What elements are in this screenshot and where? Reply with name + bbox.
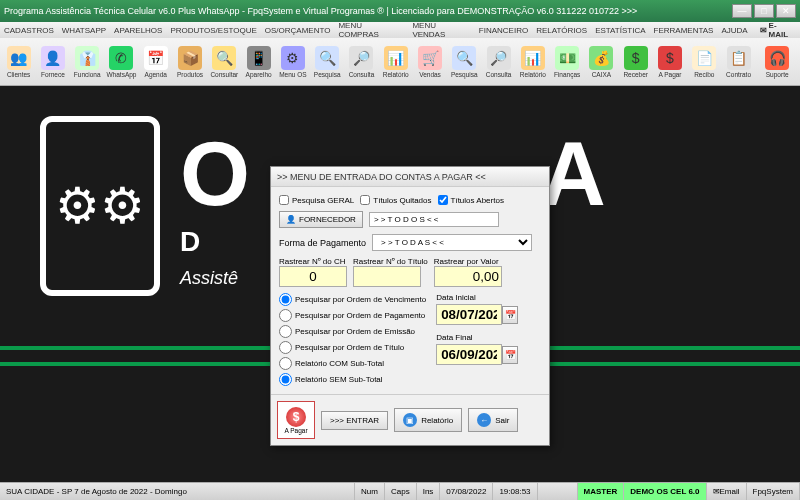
rastrear-ch-label: Rastrear Nº do CH bbox=[279, 257, 347, 266]
radio-sem-subtotal[interactable]: Relatório SEM Sub-Total bbox=[279, 373, 426, 386]
rastrear-valor-label: Rastrear por Valor bbox=[434, 257, 502, 266]
main-toolbar: 👥Clientes👤Fornece👔Funciona✆WhatsApp📅Agen… bbox=[0, 38, 800, 86]
window-controls: — □ ✕ bbox=[732, 4, 796, 18]
menu-email[interactable]: ✉ E-MAIL bbox=[760, 21, 796, 39]
radio-ordem-emissao[interactable]: Pesquisar por Ordem de Emissão bbox=[279, 325, 426, 338]
menu-compras[interactable]: MENU COMPRAS bbox=[338, 21, 404, 39]
rastrear-ch-input[interactable] bbox=[279, 266, 347, 287]
phone-icon: ⚙⚙ bbox=[40, 116, 160, 296]
toolbar-whatsapp[interactable]: ✆WhatsApp bbox=[105, 40, 138, 84]
toolbar-agenda[interactable]: 📅Agenda bbox=[139, 40, 172, 84]
status-demo: DEMO OS CEL 6.0 bbox=[624, 483, 706, 500]
toolbar-produtos[interactable]: 📦Produtos bbox=[173, 40, 206, 84]
status-master: MASTER bbox=[578, 483, 625, 500]
toolbar-caixa[interactable]: 💰CAIXA bbox=[585, 40, 618, 84]
toolbar-suporte[interactable]: 🎧Suporte bbox=[756, 40, 798, 84]
toolbar-consulta[interactable]: 🔎Consulta bbox=[482, 40, 515, 84]
statusbar: SUA CIDADE - SP 7 de Agosto de 2022 - Do… bbox=[0, 482, 800, 500]
toolbar-recibo[interactable]: 📄Recibo bbox=[688, 40, 721, 84]
menu-whatsapp[interactable]: WHATSAPP bbox=[62, 26, 106, 35]
menu-ajuda[interactable]: AJUDA bbox=[721, 26, 747, 35]
dialog-title: >> MENU DE ENTRADA DO CONTAS A PAGAR << bbox=[271, 167, 549, 187]
relatorio-button[interactable]: ▣Relatório bbox=[394, 408, 462, 432]
data-inicial-input[interactable] bbox=[436, 304, 502, 325]
menubar: CADASTROS WHATSAPP APARELHOS PRODUTOS/ES… bbox=[0, 22, 800, 38]
calendar-icon[interactable]: 📅 bbox=[502, 306, 518, 324]
data-final-input[interactable] bbox=[436, 344, 502, 365]
fornecedor-input[interactable] bbox=[369, 212, 499, 227]
rastrear-titulo-label: Rastrear Nº do Título bbox=[353, 257, 428, 266]
toolbar-menu os[interactable]: ⚙Menu OS bbox=[276, 40, 309, 84]
toolbar-pesquisa[interactable]: 🔍Pesquisa bbox=[311, 40, 344, 84]
rastrear-titulo-input[interactable] bbox=[353, 266, 421, 287]
forma-pagamento-select[interactable]: > > T O D A S < < bbox=[372, 234, 532, 251]
close-button[interactable]: ✕ bbox=[776, 4, 796, 18]
toolbar-clientes[interactable]: 👥Clientes bbox=[2, 40, 35, 84]
toolbar-contrato[interactable]: 📋Contrato bbox=[722, 40, 755, 84]
forma-pagamento-label: Forma de Pagamento bbox=[279, 238, 366, 248]
rastrear-valor-input[interactable] bbox=[434, 266, 502, 287]
window-titlebar: Programa Assistência Técnica Celular v6.… bbox=[0, 0, 800, 22]
maximize-button[interactable]: □ bbox=[754, 4, 774, 18]
chk-titulos-abertos[interactable]: Títulos Abertos bbox=[438, 195, 504, 205]
minimize-button[interactable]: — bbox=[732, 4, 752, 18]
entrar-button[interactable]: >>> ENTRAR bbox=[321, 411, 388, 430]
status-blank bbox=[538, 483, 578, 500]
status-brand: FpqSystem bbox=[747, 483, 800, 500]
status-location: SUA CIDADE - SP 7 de Agosto de 2022 - Do… bbox=[0, 483, 355, 500]
toolbar-aparelho[interactable]: 📱Aparelho bbox=[242, 40, 275, 84]
status-date: 07/08/2022 bbox=[440, 483, 493, 500]
fornecedor-button[interactable]: 👤 FORNECEDOR bbox=[279, 211, 363, 228]
contas-a-pagar-dialog: >> MENU DE ENTRADA DO CONTAS A PAGAR << … bbox=[270, 166, 550, 446]
data-inicial-label: Data Inicial bbox=[436, 293, 518, 302]
radio-ordem-titulo[interactable]: Pesquisar por Ordem de Título bbox=[279, 341, 426, 354]
status-num: Num bbox=[355, 483, 385, 500]
menu-aparelhos[interactable]: APARELHOS bbox=[114, 26, 162, 35]
toolbar-consultar[interactable]: 🔍Consultar bbox=[208, 40, 241, 84]
chk-titulos-quitados[interactable]: Títulos Quitados bbox=[360, 195, 431, 205]
workspace: ⚙⚙ O A D R Assistê m Geral >> MENU DE EN… bbox=[0, 86, 800, 482]
menu-cadastros[interactable]: CADASTROS bbox=[4, 26, 54, 35]
sair-button[interactable]: ←Sair bbox=[468, 408, 518, 432]
toolbar-relatório[interactable]: 📊Relatório bbox=[379, 40, 412, 84]
status-caps: Caps bbox=[385, 483, 417, 500]
menu-relatorios[interactable]: RELATÓRIOS bbox=[536, 26, 587, 35]
radio-ordem-vencimento[interactable]: Pesquisar por Ordem de Vencimento bbox=[279, 293, 426, 306]
toolbar-vendas[interactable]: 🛒Vendas bbox=[413, 40, 446, 84]
toolbar-relatório[interactable]: 📊Relatório bbox=[516, 40, 549, 84]
gears-icon: ⚙⚙ bbox=[55, 177, 145, 235]
toolbar-finanças[interactable]: 💵Finanças bbox=[551, 40, 584, 84]
menu-estatistica[interactable]: ESTATÍSTICA bbox=[595, 26, 645, 35]
radio-ordem-pagamento[interactable]: Pesquisar por Ordem de Pagamento bbox=[279, 309, 426, 322]
status-time: 19:08:53 bbox=[493, 483, 537, 500]
toolbar-receber[interactable]: $Receber bbox=[619, 40, 652, 84]
menu-ferramentas[interactable]: FERRAMENTAS bbox=[654, 26, 714, 35]
toolbar-consulta[interactable]: 🔎Consulta bbox=[345, 40, 378, 84]
menu-produtos[interactable]: PRODUTOS/ESTOQUE bbox=[170, 26, 256, 35]
toolbar-pesquisa[interactable]: 🔍Pesquisa bbox=[448, 40, 481, 84]
radio-com-subtotal[interactable]: Relatório COM Sub-Total bbox=[279, 357, 426, 370]
a-pagar-button[interactable]: $A Pagar bbox=[277, 401, 315, 439]
status-ins: Ins bbox=[417, 483, 441, 500]
calendar-icon[interactable]: 📅 bbox=[502, 346, 518, 364]
status-email[interactable]: ✉ Email bbox=[707, 483, 747, 500]
toolbar-a pagar[interactable]: $A Pagar bbox=[653, 40, 686, 84]
data-final-label: Data Final bbox=[436, 333, 518, 342]
chk-pesquisa-geral[interactable]: Pesquisa GERAL bbox=[279, 195, 354, 205]
toolbar-funciona[interactable]: 👔Funciona bbox=[71, 40, 104, 84]
menu-financeiro[interactable]: FINANCEIRO bbox=[479, 26, 528, 35]
menu-vendas[interactable]: MENU VENDAS bbox=[412, 21, 470, 39]
menu-os[interactable]: OS/ORÇAMENTO bbox=[265, 26, 331, 35]
toolbar-fornece[interactable]: 👤Fornece bbox=[36, 40, 69, 84]
window-title: Programa Assistência Técnica Celular v6.… bbox=[4, 6, 637, 16]
